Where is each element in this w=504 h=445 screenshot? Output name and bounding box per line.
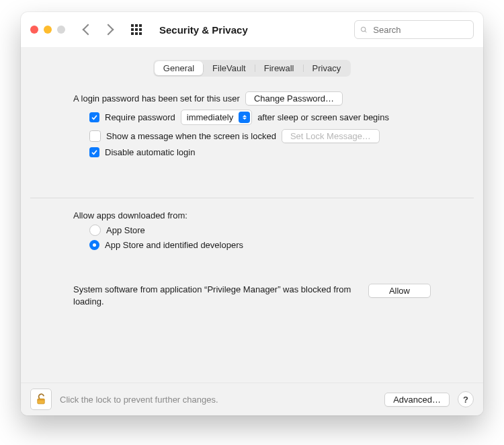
close-window-button[interactable] <box>30 26 38 34</box>
help-button[interactable]: ? <box>458 391 474 407</box>
require-password-label-after: after sleep or screen saver begins <box>257 112 389 122</box>
forward-button[interactable] <box>103 24 114 36</box>
radio-identified-developers[interactable] <box>89 240 99 250</box>
change-password-button[interactable]: Change Password… <box>245 91 343 106</box>
tab-general[interactable]: General <box>155 61 203 75</box>
minimize-window-button[interactable] <box>44 26 52 34</box>
show-lock-message-checkbox[interactable] <box>89 130 101 142</box>
tab-bar: General FileVault Firewall Privacy <box>30 60 474 77</box>
back-button[interactable] <box>83 24 94 36</box>
search-icon <box>360 26 368 34</box>
radio-identified-developers-label: App Store and identified developers <box>105 240 243 250</box>
allow-apps-section: Allow apps downloaded from: App Store Ap… <box>30 210 474 254</box>
svg-rect-3 <box>38 399 45 400</box>
tab-privacy[interactable]: Privacy <box>304 61 350 75</box>
preferences-window: Security & Privacy General FileVault Fir… <box>21 12 483 415</box>
window-controls <box>30 26 65 34</box>
tab-filevault[interactable]: FileVault <box>204 61 255 75</box>
radio-app-store-label: App Store <box>106 225 145 235</box>
blocked-software-row: System software from application “Privil… <box>30 284 474 307</box>
show-all-prefs-button[interactable] <box>131 24 142 35</box>
show-lock-message-label: Show a message when the screen is locked <box>106 131 276 141</box>
disable-auto-login-label: Disable automatic login <box>105 147 195 157</box>
search-field[interactable] <box>354 20 474 39</box>
allow-apps-heading: Allow apps downloaded from: <box>73 210 187 220</box>
require-password-label-before: Require password <box>105 112 175 122</box>
content-area: General FileVault Firewall Privacy A log… <box>21 48 483 382</box>
disable-auto-login-checkbox[interactable] <box>89 147 99 157</box>
nav-arrows <box>84 26 112 34</box>
section-divider <box>30 198 474 198</box>
login-password-section: A login password has been set for this u… <box>30 91 474 161</box>
zoom-window-button <box>57 26 65 34</box>
window-title: Security & Privacy <box>159 24 248 36</box>
require-password-delay-value: immediately <box>187 112 237 122</box>
advanced-button[interactable]: Advanced… <box>384 393 450 407</box>
svg-line-1 <box>365 30 366 32</box>
check-icon <box>91 149 98 156</box>
require-password-checkbox[interactable] <box>89 112 99 122</box>
set-lock-message-button: Set Lock Message… <box>282 129 380 143</box>
check-icon <box>91 114 98 121</box>
tab-firewall[interactable]: Firewall <box>255 61 303 75</box>
stepper-icon <box>239 112 250 123</box>
radio-app-store[interactable] <box>89 225 101 236</box>
allow-blocked-software-button[interactable]: Allow <box>368 284 431 298</box>
footer: Click the lock to prevent further change… <box>21 382 483 415</box>
svg-point-0 <box>361 27 366 32</box>
lock-hint: Click the lock to prevent further change… <box>60 395 218 405</box>
password-set-label: A login password has been set for this u… <box>73 93 240 104</box>
lock-button[interactable] <box>30 389 52 410</box>
search-input[interactable] <box>372 24 468 36</box>
require-password-delay-popup[interactable]: immediately <box>181 110 252 125</box>
lock-open-icon <box>35 393 47 405</box>
blocked-software-message: System software from application “Privil… <box>73 284 355 307</box>
toolbar: Security & Privacy <box>21 12 483 48</box>
